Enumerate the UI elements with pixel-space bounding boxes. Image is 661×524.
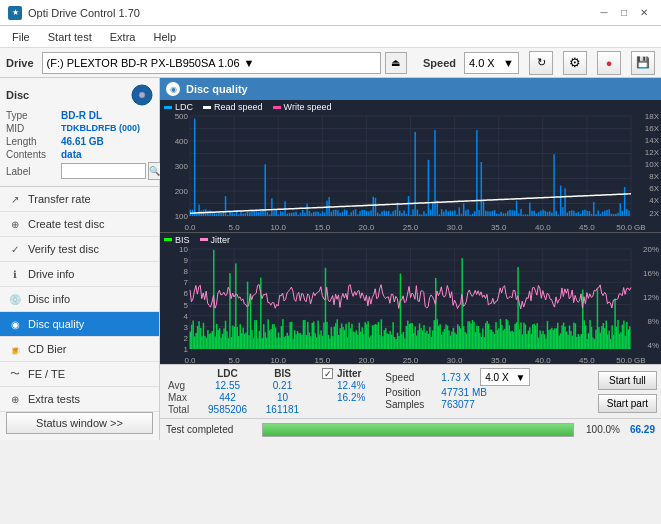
avg-label: Avg: [168, 380, 200, 391]
contents-label: Contents: [6, 149, 61, 160]
sidebar-item-fe-te[interactable]: 〜 FE / TE: [0, 362, 159, 387]
total-row: Total 9585206 161181: [168, 404, 310, 415]
jitter-color: [200, 238, 208, 241]
extra-tests-icon: ⊕: [8, 392, 22, 406]
speed-dropdown[interactable]: 4.0 X ▼: [464, 52, 519, 74]
bis-color: [164, 238, 172, 241]
y-label-4pct: 4%: [633, 341, 659, 350]
chart-icon: ◉: [166, 82, 180, 96]
drive-eject-button[interactable]: ⏏: [385, 52, 407, 74]
type-label: Type: [6, 110, 61, 121]
disc-quality-icon: ◉: [8, 317, 22, 331]
drive-info-icon: ℹ: [8, 267, 22, 281]
app-icon: ★: [8, 6, 22, 20]
disc-length-row: Length 46.61 GB: [6, 136, 153, 147]
legend-jitter: Jitter: [200, 235, 231, 245]
ldc-col-header: LDC: [200, 368, 255, 379]
label-input[interactable]: [61, 163, 146, 179]
legend-top: LDC Read speed Write speed: [164, 102, 331, 112]
disc-type-row: Type BD-R DL: [6, 110, 153, 121]
legend-bis-label: BIS: [175, 235, 190, 245]
drive-select: (F:) PLEXTOR BD-R PX-LB950SA 1.06 ▼ ⏏: [42, 52, 407, 74]
app-title: Opti Drive Control 1.70: [28, 7, 140, 19]
sidebar-item-extra-tests[interactable]: ⊕ Extra tests: [0, 387, 159, 412]
status-window-button[interactable]: Status window >>: [6, 412, 153, 434]
menubar: File Start test Extra Help: [0, 26, 661, 48]
disc-info-icon: 💿: [8, 292, 22, 306]
sidebar-item-drive-info[interactable]: ℹ Drive info: [0, 262, 159, 287]
minimize-button[interactable]: ─: [595, 4, 613, 22]
length-label: Length: [6, 136, 61, 147]
sidebar-item-verify-test-disc-label: Verify test disc: [28, 243, 99, 255]
y-label-16x: 16X: [633, 124, 659, 133]
speed-select[interactable]: 4.0 X ▼: [480, 368, 530, 386]
maximize-button[interactable]: □: [615, 4, 633, 22]
speed-key: Speed: [385, 372, 435, 383]
sidebar-item-disc-info-label: Disc info: [28, 293, 70, 305]
verify-test-disc-icon: ✓: [8, 242, 22, 256]
drive-label: Drive: [6, 57, 34, 69]
sidebar-item-transfer-rate-label: Transfer rate: [28, 193, 91, 205]
settings-button[interactable]: ⚙: [563, 51, 587, 75]
y-label-2x: 2X: [633, 209, 659, 218]
refresh-button[interactable]: ↻: [529, 51, 553, 75]
y-label-8pct: 8%: [633, 317, 659, 326]
y-label-18x: 18X: [633, 112, 659, 121]
checkmark-icon: ✓: [324, 369, 332, 379]
menu-starttest[interactable]: Start test: [40, 29, 100, 45]
bis-jitter-chart-canvas: [160, 233, 661, 365]
speed-position-section: Speed 1.73 X 4.0 X ▼ Position 47731 MB S…: [385, 368, 530, 410]
jitter-checkbox[interactable]: ✓: [322, 368, 333, 379]
start-part-button[interactable]: Start part: [598, 394, 657, 413]
legend-bottom: BIS Jitter: [164, 235, 230, 245]
total-label: Total: [168, 404, 200, 415]
sidebar-item-disc-info[interactable]: 💿 Disc info: [0, 287, 159, 312]
speed-label: Speed: [423, 57, 456, 69]
legend-writespeed-label: Write speed: [284, 102, 332, 112]
titlebar-left: ★ Opti Drive Control 1.70: [8, 6, 140, 20]
transfer-rate-icon: ↗: [8, 192, 22, 206]
sidebar-item-disc-quality[interactable]: ◉ Disc quality: [0, 312, 159, 337]
sidebar-item-create-test-disc[interactable]: ⊕ Create test disc: [0, 212, 159, 237]
drive-dropdown[interactable]: (F:) PLEXTOR BD-R PX-LB950SA 1.06 ▼: [42, 52, 381, 74]
type-value: BD-R DL: [61, 110, 102, 121]
close-button[interactable]: ✕: [635, 4, 653, 22]
ldc-color: [164, 106, 172, 109]
y-label-10x: 10X: [633, 160, 659, 169]
max-bis: 10: [255, 392, 310, 403]
y-label-12x: 12X: [633, 148, 659, 157]
burn-button[interactable]: ●: [597, 51, 621, 75]
disc-mid-row: MID TDKBLDRFB (000): [6, 123, 153, 134]
avg-ldc: 12.55: [200, 380, 255, 391]
legend-bis: BIS: [164, 235, 190, 245]
save-button[interactable]: 💾: [631, 51, 655, 75]
create-test-disc-icon: ⊕: [8, 217, 22, 231]
chart-bottom: BIS Jitter 20% 16% 12% 8% 4%: [160, 233, 661, 365]
y-label-8x: 8X: [633, 172, 659, 181]
sidebar-item-drive-info-label: Drive info: [28, 268, 74, 280]
menu-file[interactable]: File: [4, 29, 38, 45]
svg-point-1: [139, 92, 145, 98]
sidebar-item-transfer-rate[interactable]: ↗ Transfer rate: [0, 187, 159, 212]
bis-col-header: BIS: [255, 368, 310, 379]
stats-bar: LDC BIS Avg 12.55 0.21 Max 442 10 Total …: [160, 364, 661, 418]
y-label-12pct: 12%: [633, 293, 659, 302]
position-value: 47731 MB: [441, 387, 487, 398]
disc-title: Disc: [6, 89, 29, 101]
menu-help[interactable]: Help: [145, 29, 184, 45]
sidebar-item-verify-test-disc[interactable]: ✓ Verify test disc: [0, 237, 159, 262]
position-row: Position 47731 MB: [385, 387, 530, 398]
start-full-button[interactable]: Start full: [598, 371, 657, 390]
mid-label: MID: [6, 123, 61, 134]
y-label-14x: 14X: [633, 136, 659, 145]
titlebar: ★ Opti Drive Control 1.70 ─ □ ✕: [0, 0, 661, 26]
menu-extra[interactable]: Extra: [102, 29, 144, 45]
max-jitter-row: 16.2%: [322, 392, 365, 403]
max-label: Max: [168, 392, 200, 403]
ldc-chart-canvas: [160, 100, 661, 232]
disc-icon: [131, 84, 153, 106]
speed-value: 1.73 X: [441, 372, 470, 383]
max-ldc: 442: [200, 392, 255, 403]
sidebar-item-cd-bier[interactable]: 🍺 CD Bier: [0, 337, 159, 362]
readspeed-color: [203, 106, 211, 109]
